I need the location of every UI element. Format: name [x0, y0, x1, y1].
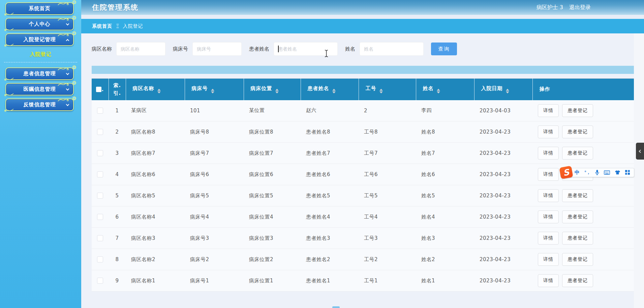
patient-register-button[interactable]: 患者登记	[562, 232, 593, 245]
sidebar-item-main-2[interactable]: 入院登记管理	[5, 33, 74, 46]
toolbox-grid-icon[interactable]	[625, 170, 630, 175]
patient-register-button[interactable]: 患者登记	[562, 253, 593, 266]
chevron-icon	[66, 39, 69, 43]
cell-bed_no: 病床号6	[185, 164, 244, 185]
detail-button[interactable]: 详情	[538, 274, 559, 287]
row-checkbox[interactable]	[97, 214, 103, 220]
column-staff_no[interactable]: 工号	[359, 79, 416, 100]
cell-name: 姓名8	[416, 121, 474, 143]
sort-icon[interactable]	[275, 89, 279, 93]
sort-icon[interactable]	[211, 89, 214, 93]
table-row: 3病区名称7病床号7病床位置7患者姓名7工号7姓名72023-04-23详情患者…	[92, 143, 634, 164]
patient-register-button[interactable]: 患者登记	[562, 104, 593, 117]
cell-name: 姓名7	[416, 143, 474, 164]
row-checkbox[interactable]	[97, 150, 103, 156]
sort-icon[interactable]	[332, 89, 336, 93]
row-checkbox[interactable]	[97, 171, 103, 177]
table-row: 1某病区101某位置赵六2李四2023-04-03详情患者登记	[92, 100, 634, 121]
sort-icon[interactable]	[506, 89, 509, 93]
detail-button[interactable]: 详情	[538, 253, 559, 266]
search-input-0[interactable]	[116, 42, 165, 56]
cell-index: 1	[109, 100, 126, 121]
table-row: 2病区名称8病床号8病床位置8患者姓名8工号8姓名82023-04-23详情患者…	[92, 121, 634, 143]
column-bed_pos[interactable]: 病床位置	[244, 79, 301, 100]
search-field-label: 病床号	[173, 46, 188, 52]
corner-knob-icon	[72, 31, 76, 35]
sort-icon[interactable]	[157, 89, 161, 93]
sidebar-item-secondary-2[interactable]: 反馈信息管理	[5, 99, 74, 111]
detail-button[interactable]: 详情	[538, 232, 559, 245]
detail-button[interactable]: 详情	[538, 125, 559, 138]
select-all-checkbox[interactable]	[96, 87, 101, 92]
punctuation-icon[interactable]: °，	[584, 170, 590, 174]
sidebar-item-secondary-0[interactable]: 患者信息管理	[5, 67, 74, 80]
sort-icon[interactable]	[437, 89, 440, 93]
patient-register-button[interactable]: 患者登记	[562, 125, 593, 138]
header-user-area: 病区护士 3 退出登录	[536, 4, 591, 11]
keyboard-icon[interactable]	[604, 170, 610, 175]
row-checkbox[interactable]	[97, 108, 103, 114]
cell-ops: 详情患者登记	[532, 185, 634, 206]
column-select-all[interactable]: .	[92, 79, 109, 100]
sogou-logo-icon[interactable]: S	[559, 166, 573, 179]
column-patient[interactable]: 患者姓名	[301, 79, 359, 100]
cell-index: 4	[109, 164, 126, 185]
breadcrumb-home-link[interactable]: 系统首页	[92, 23, 112, 29]
cell-ward: 病区名称6	[126, 164, 185, 185]
sort-icon[interactable]	[379, 89, 383, 93]
corner-knob-icon	[72, 96, 76, 100]
flourish-icon	[4, 43, 14, 47]
search-field-2: 患者姓名	[249, 42, 338, 56]
search-input-2[interactable]	[274, 42, 338, 56]
search-input-3[interactable]	[360, 42, 424, 56]
pagination-control-clipped[interactable]	[332, 306, 340, 308]
chinese-mode-icon[interactable]: 中	[575, 170, 580, 175]
patient-register-button[interactable]: 患者登记	[562, 274, 593, 287]
corner-knob-icon	[72, 16, 76, 20]
row-checkbox[interactable]	[97, 235, 103, 241]
cell-index: 9	[109, 270, 126, 291]
cell-admit_date: 2023-04-23	[474, 228, 532, 249]
row-checkbox[interactable]	[97, 256, 103, 262]
cell-patient: 患者姓名4	[301, 206, 359, 228]
detail-button[interactable]: 详情	[538, 189, 559, 202]
detail-button[interactable]: 详情	[538, 147, 559, 160]
search-input-1[interactable]	[192, 42, 242, 56]
cell-ops: 详情患者登记	[532, 270, 634, 291]
patient-register-button[interactable]: 患者登记	[562, 147, 593, 160]
sidebar-item-secondary-1[interactable]: 医嘱信息管理	[5, 83, 74, 95]
table-row: 9病区名称1病床号1病床位置1患者姓名1工号1姓名12023-04-23详情患者…	[92, 270, 634, 291]
sidebar-item-main-1[interactable]: 个人中心	[5, 18, 74, 30]
detail-button[interactable]: 详情	[538, 168, 559, 181]
cell-patient: 患者姓名3	[301, 228, 359, 249]
ime-toolbar: S 中 °，	[560, 167, 634, 178]
flourish-icon	[4, 11, 14, 16]
logout-link[interactable]: 退出登录	[569, 4, 591, 11]
row-checkbox[interactable]	[97, 278, 103, 284]
text-caret	[278, 46, 279, 52]
column-bed_no[interactable]: 病床号	[185, 79, 244, 100]
breadcrumb-current[interactable]: 入院登记	[123, 23, 143, 29]
column-admit_date[interactable]: 入院日期	[474, 79, 532, 100]
patient-register-button[interactable]: 患者登记	[562, 211, 593, 223]
skin-icon[interactable]	[615, 170, 620, 175]
chevron-icon	[66, 72, 69, 75]
patient-register-button[interactable]: 患者登记	[562, 189, 593, 202]
column-ward[interactable]: 病区名称	[126, 79, 185, 100]
sidebar-main-group: 系统首页 个人中心 入院登记管理	[0, 2, 81, 46]
cell-name: 李四	[416, 100, 474, 121]
microphone-icon[interactable]	[595, 170, 599, 175]
query-button[interactable]: 查询	[431, 43, 457, 55]
cell-staff_no: 2	[359, 100, 416, 121]
main-area: 住院管理系统 病区护士 3 退出登录 系统首页 Ξ 入院登记 病区名称病床号患者…	[81, 0, 644, 308]
admissions-table: .索.引.病区名称病床号病床位置患者姓名工号姓名入院日期操作 1某病区101某位…	[92, 78, 634, 291]
side-drawer-handle[interactable]	[636, 143, 644, 160]
detail-button[interactable]: 详情	[538, 211, 559, 223]
sidebar-submenu-admission-register[interactable]: 入院登记	[0, 51, 81, 58]
current-user-link[interactable]: 病区护士 3	[536, 4, 563, 11]
row-checkbox[interactable]	[97, 193, 103, 199]
column-name[interactable]: 姓名	[416, 79, 474, 100]
sidebar-item-main-0[interactable]: 系统首页	[5, 2, 74, 15]
row-checkbox[interactable]	[97, 129, 103, 135]
detail-button[interactable]: 详情	[538, 104, 559, 117]
